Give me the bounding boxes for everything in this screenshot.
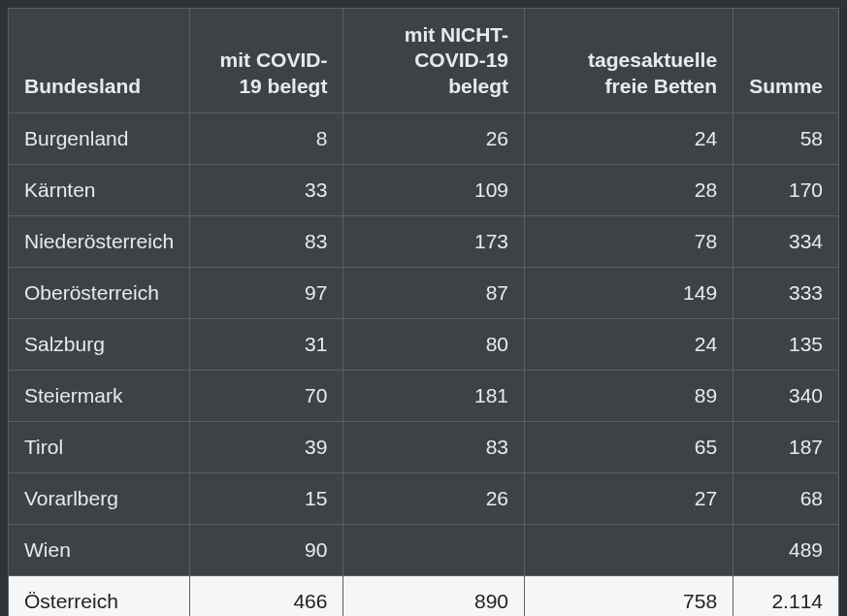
table-row: Salzburg 31 80 24 135 [9, 318, 839, 370]
cell-covid: 39 [190, 421, 343, 472]
total-row: Österreich 466 890 758 2.114 [9, 575, 839, 616]
header-noncovid: mit NICHT-COVID-19 belegt [343, 9, 525, 113]
table-row: Oberösterreich 97 87 149 333 [9, 267, 839, 318]
cell-free: 149 [525, 267, 733, 318]
header-covid: mit COVID-19 belegt [190, 9, 343, 113]
cell-sum: 2.114 [733, 575, 839, 616]
cell-free [525, 524, 733, 575]
cell-name: Steiermark [9, 370, 190, 421]
table-row: Tirol 39 83 65 187 [9, 421, 839, 472]
cell-noncovid: 83 [343, 421, 525, 472]
cell-sum: 135 [733, 318, 839, 370]
cell-free: 24 [525, 113, 733, 164]
cell-covid: 70 [190, 370, 343, 421]
cell-name: Tirol [9, 421, 190, 472]
cell-covid: 97 [190, 267, 343, 318]
cell-noncovid [343, 524, 525, 575]
cell-noncovid: 26 [343, 113, 525, 164]
cell-sum: 334 [733, 215, 839, 267]
cell-covid: 83 [190, 215, 343, 267]
table-row: Vorarlberg 15 26 27 68 [9, 472, 839, 524]
cell-noncovid: 80 [343, 318, 525, 370]
cell-free: 28 [525, 164, 733, 215]
cell-noncovid: 87 [343, 267, 525, 318]
cell-name: Kärnten [9, 164, 190, 215]
beds-table: Bundesland mit COVID-19 belegt mit NICHT… [8, 8, 839, 616]
cell-sum: 333 [733, 267, 839, 318]
cell-noncovid: 26 [343, 472, 525, 524]
cell-covid: 8 [190, 113, 343, 164]
cell-covid: 31 [190, 318, 343, 370]
table-row: Kärnten 33 109 28 170 [9, 164, 839, 215]
cell-covid: 33 [190, 164, 343, 215]
cell-name: Österreich [9, 575, 190, 616]
cell-free: 24 [525, 318, 733, 370]
header-row: Bundesland mit COVID-19 belegt mit NICHT… [9, 9, 839, 113]
cell-noncovid: 109 [343, 164, 525, 215]
cell-sum: 489 [733, 524, 839, 575]
cell-name: Vorarlberg [9, 472, 190, 524]
cell-covid: 15 [190, 472, 343, 524]
cell-name: Wien [9, 524, 190, 575]
cell-covid: 90 [190, 524, 343, 575]
table-row: Wien 90 489 [9, 524, 839, 575]
cell-sum: 170 [733, 164, 839, 215]
cell-sum: 58 [733, 113, 839, 164]
cell-free: 758 [525, 575, 733, 616]
cell-name: Oberösterreich [9, 267, 190, 318]
header-bundesland: Bundesland [9, 9, 190, 113]
cell-free: 89 [525, 370, 733, 421]
table-row: Burgenland 8 26 24 58 [9, 113, 839, 164]
cell-free: 65 [525, 421, 733, 472]
cell-noncovid: 181 [343, 370, 525, 421]
cell-free: 78 [525, 215, 733, 267]
table-row: Steiermark 70 181 89 340 [9, 370, 839, 421]
cell-sum: 340 [733, 370, 839, 421]
cell-name: Salzburg [9, 318, 190, 370]
cell-sum: 68 [733, 472, 839, 524]
header-free: tagesaktuelle freie Betten [525, 9, 733, 113]
cell-noncovid: 173 [343, 215, 525, 267]
table-row: Niederösterreich 83 173 78 334 [9, 215, 839, 267]
cell-sum: 187 [733, 421, 839, 472]
cell-free: 27 [525, 472, 733, 524]
cell-name: Burgenland [9, 113, 190, 164]
header-sum: Summe [733, 9, 839, 113]
cell-noncovid: 890 [343, 575, 525, 616]
cell-name: Niederösterreich [9, 215, 190, 267]
cell-covid: 466 [190, 575, 343, 616]
